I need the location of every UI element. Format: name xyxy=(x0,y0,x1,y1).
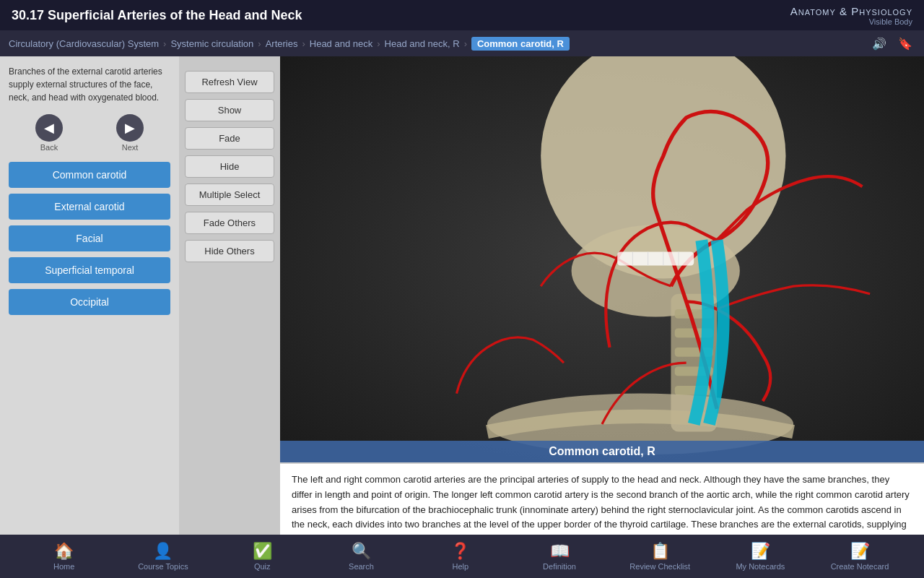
course-topics-icon: 👤 xyxy=(153,542,173,561)
brand-subtitle: Visible Body xyxy=(790,17,912,26)
nav-create-notecard[interactable]: 📝 Create Notecard xyxy=(831,542,889,571)
breadcrumb-icons: 🔊 🔖 xyxy=(869,35,915,52)
multiple-select-button[interactable]: Multiple Select xyxy=(185,184,274,206)
controls-panel: Refresh View Show Fade Hide Multiple Sel… xyxy=(179,56,280,535)
description-content: The left and right common carotid arteri… xyxy=(292,474,910,535)
svg-rect-9 xyxy=(617,251,694,265)
nav-quiz[interactable]: ✅ Quiz xyxy=(233,542,291,571)
left-panel: Branches of the external carotid arterie… xyxy=(0,56,179,535)
brand: Anatomy & Physiology Visible Body xyxy=(790,5,912,26)
anatomy-illustration xyxy=(280,56,924,462)
nav-course-topics[interactable]: 👤 Course Topics xyxy=(134,542,192,571)
hide-button[interactable]: Hide xyxy=(185,155,274,178)
definition-icon: 📖 xyxy=(550,542,570,561)
nav-review-checklist-label: Review Checklist xyxy=(629,562,690,571)
view-label-text: Common carotid, R xyxy=(549,445,655,457)
top-bar: 30.17 Superficial Arteries of the Head a… xyxy=(0,0,924,30)
brand-title: Anatomy & Physiology xyxy=(790,5,912,17)
breadcrumb-active: Common carotid, R xyxy=(471,37,570,51)
breadcrumb-item-1[interactable]: Circulatory (Cardiovascular) System xyxy=(9,38,159,49)
quiz-icon: ✅ xyxy=(253,542,272,561)
breadcrumb-item-3[interactable]: Arteries xyxy=(266,38,298,49)
nav-buttons: ◀ Back ▶ Next xyxy=(9,114,170,152)
next-button[interactable]: ▶ Next xyxy=(116,114,144,152)
hide-others-button[interactable]: Hide Others xyxy=(185,240,274,262)
breadcrumb-sep-1: › xyxy=(163,38,166,49)
breadcrumb-item-2[interactable]: Systemic circulation xyxy=(170,38,253,49)
next-label: Next xyxy=(122,143,139,152)
artery-button-occipital[interactable]: Occipital xyxy=(9,289,170,315)
nav-create-notecard-label: Create Notecard xyxy=(831,562,889,571)
help-icon: ❓ xyxy=(450,542,470,561)
refresh-view-button[interactable]: Refresh View xyxy=(185,71,274,93)
fade-button[interactable]: Fade xyxy=(185,127,274,150)
nav-review-checklist[interactable]: 📋 Review Checklist xyxy=(629,542,690,571)
show-button[interactable]: Show xyxy=(185,99,274,121)
home-icon: 🏠 xyxy=(54,542,74,561)
artery-button-external-carotid[interactable]: External carotid xyxy=(9,194,170,220)
3d-view[interactable]: Common carotid, R xyxy=(280,56,924,462)
nav-search-label: Search xyxy=(349,562,374,571)
nav-definition[interactable]: 📖 Definition xyxy=(531,542,588,571)
fade-others-button[interactable]: Fade Others xyxy=(185,212,274,234)
breadcrumb-sep-4: › xyxy=(377,38,380,49)
artery-button-superficial-temporal[interactable]: Superficial temporal xyxy=(9,257,170,283)
breadcrumb-item-5[interactable]: Head and neck, R xyxy=(385,38,460,49)
nav-help[interactable]: ❓ Help xyxy=(432,542,489,571)
view-label-bar: Common carotid, R xyxy=(280,441,924,462)
bookmark-button[interactable]: 🔖 xyxy=(895,35,915,52)
artery-button-facial[interactable]: Facial xyxy=(9,225,170,251)
main-content: Branches of the external carotid arterie… xyxy=(0,56,924,535)
nav-definition-label: Definition xyxy=(543,562,576,571)
breadcrumb-sep-2: › xyxy=(258,38,261,49)
breadcrumb: Circulatory (Cardiovascular) System › Sy… xyxy=(0,30,924,56)
nav-help-label: Help xyxy=(452,562,468,571)
nav-course-topics-label: Course Topics xyxy=(138,562,188,571)
audio-button[interactable]: 🔊 xyxy=(869,35,889,52)
nav-my-notecards[interactable]: 📝 My Notecards xyxy=(731,542,789,571)
artery-button-common-carotid[interactable]: Common carotid xyxy=(9,162,170,188)
back-button[interactable]: ◀ Back xyxy=(35,114,63,152)
nav-home[interactable]: 🏠 Home xyxy=(35,542,93,571)
back-label: Back xyxy=(40,143,58,152)
bottom-navigation: 🏠 Home 👤 Course Topics ✅ Quiz 🔍 Search ❓… xyxy=(0,535,924,578)
description-text: Branches of the external carotid arterie… xyxy=(9,65,170,104)
nav-quiz-label: Quiz xyxy=(254,562,271,571)
breadcrumb-sep-3: › xyxy=(302,38,305,49)
nav-search[interactable]: 🔍 Search xyxy=(332,542,390,571)
nav-home-label: Home xyxy=(53,562,74,571)
breadcrumb-item-4[interactable]: Head and neck xyxy=(310,38,372,49)
my-notecards-icon: 📝 xyxy=(751,542,770,561)
description-panel: The left and right common carotid arteri… xyxy=(280,462,924,535)
back-icon: ◀ xyxy=(35,114,63,142)
breadcrumb-sep-5: › xyxy=(464,38,467,49)
next-icon: ▶ xyxy=(116,114,144,142)
create-notecard-icon: 📝 xyxy=(850,542,870,561)
nav-my-notecards-label: My Notecards xyxy=(736,562,785,571)
review-checklist-icon: 📋 xyxy=(650,542,670,561)
search-icon: 🔍 xyxy=(352,542,371,561)
page-title: 30.17 Superficial Arteries of the Head a… xyxy=(12,8,302,23)
right-section: Common carotid, R The left and right com… xyxy=(280,56,924,535)
